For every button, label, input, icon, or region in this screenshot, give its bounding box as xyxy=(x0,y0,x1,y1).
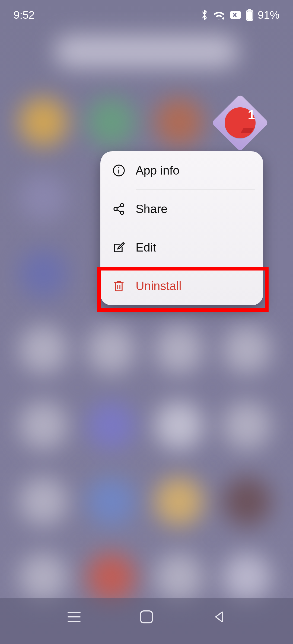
svg-rect-6 xyxy=(247,11,252,20)
nav-back-button[interactable] xyxy=(203,601,235,633)
nav-recents-button[interactable] xyxy=(58,601,90,633)
menu-item-uninstall[interactable]: Uninstall xyxy=(100,267,263,305)
navigation-bar xyxy=(0,598,293,644)
status-time: 9:52 xyxy=(14,9,35,21)
svg-rect-20 xyxy=(141,611,152,623)
menu-item-label: Uninstall xyxy=(136,279,181,293)
bluetooth-icon xyxy=(201,9,208,21)
menu-item-edit[interactable]: Edit xyxy=(100,228,263,267)
battery-percent: 91% xyxy=(258,9,279,21)
menu-item-label: App info xyxy=(136,164,179,177)
status-right: 91% xyxy=(201,9,279,21)
menu-item-label: Share xyxy=(136,202,167,216)
svg-rect-3 xyxy=(230,11,241,19)
svg-line-14 xyxy=(117,210,121,212)
svg-point-9 xyxy=(118,167,119,168)
menu-item-share[interactable]: Share xyxy=(100,190,263,228)
nav-home-button[interactable] xyxy=(130,601,163,633)
app-context-menu: App info Share Edit xyxy=(100,151,263,305)
longpressed-app-icon[interactable]: 1 xyxy=(220,102,260,143)
info-icon xyxy=(111,164,126,177)
menu-item-label: Edit xyxy=(136,241,156,254)
trash-icon xyxy=(111,279,126,292)
svg-rect-1 xyxy=(222,18,224,18)
no-sim-icon xyxy=(230,10,241,20)
share-icon xyxy=(111,202,126,215)
battery-icon xyxy=(246,9,253,21)
menu-item-app-info[interactable]: App info xyxy=(100,151,263,190)
wifi-icon xyxy=(213,10,225,20)
edit-icon xyxy=(111,241,126,254)
status-bar: 9:52 xyxy=(0,0,293,30)
svg-line-13 xyxy=(117,206,121,208)
notification-badge: 1 xyxy=(248,107,255,122)
svg-rect-2 xyxy=(222,19,224,19)
blurred-apps-layer xyxy=(0,0,293,644)
